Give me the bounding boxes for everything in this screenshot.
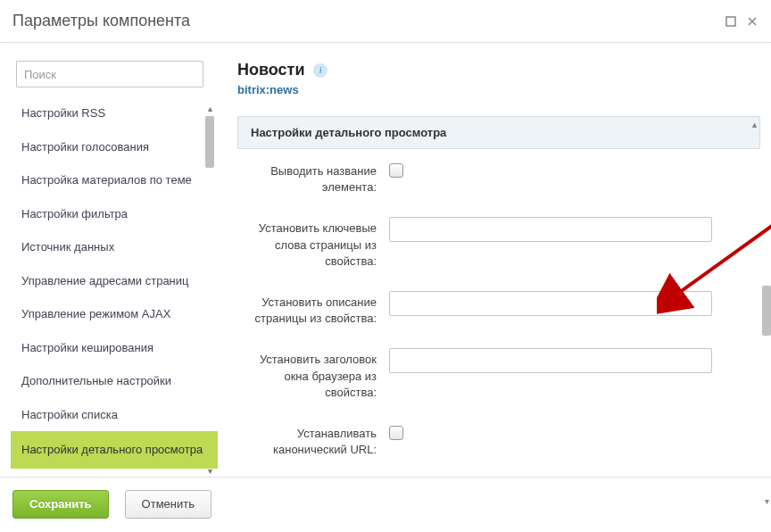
- content-scrollbar[interactable]: ▾: [760, 170, 771, 507]
- sidebar-item-caching[interactable]: Настройки кеширования: [11, 331, 218, 365]
- row-set-browser-title: Установить заголовок окна браузера из св…: [237, 348, 755, 401]
- checkbox-show-element-name[interactable]: [389, 163, 403, 178]
- row-set-description: Установить описание страницы из свойства…: [237, 291, 755, 327]
- sidebar-item-list[interactable]: Настройки списка: [11, 398, 218, 432]
- content-scroll-thumb[interactable]: [762, 286, 771, 336]
- sidebar-item-detail[interactable]: Настройки детального просмотра: [11, 431, 218, 469]
- sidebar-item-urls[interactable]: Управление адресами страниц: [11, 264, 218, 298]
- dialog-title: Параметры компонента: [12, 12, 190, 30]
- input-set-browser-title[interactable]: [389, 348, 712, 373]
- row-set-canonical: Устанавливать канонический URL:: [237, 422, 755, 458]
- sidebar-item-filter[interactable]: Настройки фильтра: [11, 197, 218, 231]
- dialog-footer: Сохранить Отменить: [0, 477, 771, 530]
- content-scroll-down-icon[interactable]: ▾: [760, 495, 771, 507]
- label-set-description: Установить описание страницы из свойства…: [237, 291, 389, 327]
- maximize-icon[interactable]: [725, 15, 737, 28]
- label-set-canonical: Устанавливать канонический URL:: [237, 422, 389, 458]
- content-pane: Новости i bitrix:news Настройки детально…: [218, 54, 771, 477]
- checkbox-set-canonical[interactable]: [389, 426, 403, 440]
- window-controls: [725, 15, 759, 28]
- dialog-header: Параметры компонента: [0, 0, 771, 43]
- section-header[interactable]: Настройки детального просмотра ▴: [237, 116, 760, 149]
- label-set-keywords: Установить ключевые слова страницы из св…: [237, 217, 389, 270]
- sidebar-item-additional[interactable]: Дополнительные настройки: [11, 364, 218, 398]
- search-input[interactable]: [16, 61, 203, 87]
- close-icon[interactable]: [746, 15, 759, 28]
- cancel-button[interactable]: Отменить: [125, 490, 211, 519]
- info-icon[interactable]: i: [313, 63, 327, 78]
- sidebar-item-datasource[interactable]: Источник данных: [11, 230, 218, 264]
- sidebar-item-ajax[interactable]: Управление режимом AJAX: [11, 297, 218, 331]
- component-code: bitrix:news: [237, 83, 760, 96]
- row-show-element-name: Выводить название элемента:: [237, 160, 755, 195]
- label-set-browser-title: Установить заголовок окна браузера из св…: [237, 348, 389, 401]
- sidebar-nav: Настройки RSS Настройки голосования Наст…: [11, 95, 218, 477]
- row-set-keywords: Установить ключевые слова страницы из св…: [237, 217, 755, 270]
- sidebar-item-related[interactable]: Настройка материалов по теме: [11, 163, 218, 197]
- scroll-down-icon[interactable]: ▾: [203, 464, 216, 477]
- sidebar-item-voting[interactable]: Настройки голосования: [11, 130, 218, 164]
- component-title: Новости: [237, 61, 304, 79]
- sidebar-scrollbar[interactable]: ▴ ▾: [203, 102, 216, 477]
- input-set-keywords[interactable]: [389, 217, 712, 242]
- scroll-up-icon[interactable]: ▴: [203, 102, 216, 114]
- scroll-thumb[interactable]: [205, 116, 214, 168]
- svg-rect-0: [726, 17, 735, 26]
- sidebar-item-rss[interactable]: Настройки RSS: [11, 96, 218, 130]
- section-title: Настройки детального просмотра: [251, 126, 446, 139]
- label-show-element-name: Выводить название элемента:: [237, 160, 389, 195]
- form-area: Выводить название элемента: Установить к…: [237, 149, 760, 458]
- section-scroll-up-icon[interactable]: ▴: [752, 120, 757, 129]
- save-button[interactable]: Сохранить: [12, 490, 109, 519]
- input-set-description[interactable]: [389, 291, 712, 316]
- sidebar: Настройки RSS Настройки голосования Наст…: [11, 54, 218, 477]
